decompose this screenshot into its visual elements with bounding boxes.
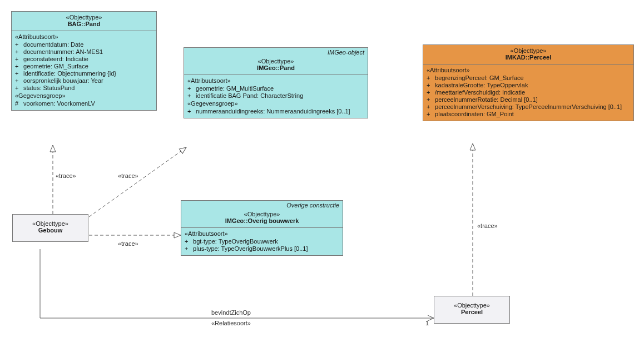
class-imgeo-pand: IMGeo-object «Objecttype» IMGeo::Pand «A…: [184, 47, 368, 118]
attribute-row: # voorkomen: VoorkomenLV: [15, 100, 153, 107]
stereotype: «Objecttype»: [185, 211, 339, 217]
class-gebouw: «Objecttype» Gebouw: [12, 214, 88, 242]
class-name: IMGeo::Overig bouwwerk: [225, 217, 299, 224]
stereotype: «Objecttype»: [427, 47, 630, 54]
tagline: IMGeo-object: [184, 48, 368, 56]
attr-list: + begrenzingPerceel: GM_Surface+ kadastr…: [427, 75, 630, 118]
attribute-row: + geometrie: GM_Surface: [15, 63, 153, 70]
attribute-row: + begrenzingPerceel: GM_Surface: [427, 75, 630, 82]
attribute-row: + bgt-type: TypeOverigBouwwerk: [185, 238, 339, 245]
class-name: IMGeo::Pand: [257, 65, 295, 71]
class-title: «Objecttype» BAG::Pand: [12, 12, 156, 31]
class-attributes: «Attribuutsoort» + geometrie: GM_MultiSu…: [184, 75, 368, 118]
class-name: Gebouw: [38, 227, 62, 234]
section-label: «Attribuutsoort»: [185, 230, 339, 238]
stereotype: «Objecttype»: [187, 58, 364, 65]
class-perceel: «Objecttype» Perceel: [434, 296, 510, 324]
class-attributes: «Attribuutsoort» + documentdatum: Date+ …: [12, 31, 156, 110]
attribute-row: + kadastraleGrootte: TypeOppervlak: [427, 82, 630, 89]
attr-list: + geometrie: GM_MultiSurface+ identifica…: [187, 85, 364, 100]
class-title: «Objecttype» IMKAD::Perceel: [423, 45, 633, 64]
class-bag-pand: «Objecttype» BAG::Pand «Attribuutsoort» …: [11, 11, 157, 111]
section-label: «Attribuutsoort»: [15, 33, 153, 41]
attribute-row: + identificatie BAG Pand: CharacterStrin…: [187, 92, 364, 100]
attribute-row: + status: StatusPand: [15, 85, 153, 92]
class-attributes: «Attribuutsoort» + begrenzingPerceel: GM…: [423, 64, 633, 121]
class-title: «Objecttype» IMGeo::Pand: [184, 56, 368, 75]
section-label: «Gegevensgroep»: [15, 92, 153, 100]
stereotype: «Objecttype»: [15, 14, 153, 21]
stereotype: «Objecttype»: [16, 220, 85, 227]
attr-list: + nummeraanduidingreeks: Nummeraanduidin…: [187, 108, 364, 115]
class-imkad-perceel: «Objecttype» IMKAD::Perceel «Attribuutso…: [423, 44, 634, 121]
class-imgeo-overig: Overige constructie «Objecttype» IMGeo::…: [181, 200, 343, 256]
trace-label: «trace»: [118, 240, 138, 247]
trace-label: «trace»: [477, 222, 498, 229]
attribute-row: + plaatscoordinaten: GM_Point: [427, 111, 630, 118]
section-label: «Gegevensgroep»: [187, 100, 364, 108]
stereotype: «Objecttype»: [438, 302, 506, 309]
attribute-row: + geometrie: GM_MultiSurface: [187, 85, 364, 92]
section-label: «Attribuutsoort»: [187, 77, 364, 85]
multiplicity-one: 1: [425, 320, 429, 326]
class-title: «Objecttype» Gebouw: [13, 215, 88, 241]
association-name: bevindtZichOp: [211, 309, 251, 316]
attribute-row: + identificatie: Objectnummering {id}: [15, 70, 153, 77]
class-title: «Objecttype» Perceel: [434, 296, 509, 323]
attr-list: # voorkomen: VoorkomenLV: [15, 100, 153, 107]
class-attributes: «Attribuutsoort» + bgt-type: TypeOverigB…: [181, 227, 343, 255]
attribute-row: + /meettariefVerschuldigd: Indicatie: [427, 89, 630, 96]
attribute-row: + nummeraanduidingreeks: Nummeraanduidin…: [187, 108, 364, 115]
attribute-row: + perceelnummerRotatie: Decimal [0..1]: [427, 96, 630, 103]
section-label: «Attribuutsoort»: [427, 66, 630, 75]
class-title: «Objecttype» IMGeo::Overig bouwwerk: [181, 209, 343, 227]
attr-list: + documentdatum: Date+ documentnummer: A…: [15, 41, 153, 92]
trace-label: «trace»: [118, 172, 138, 179]
class-name: IMKAD::Perceel: [506, 54, 552, 61]
class-name: Perceel: [461, 309, 483, 315]
attribute-row: + oorspronkelijk bouwjaar: Year: [15, 77, 153, 85]
attribute-row: + plus-type: TypeOverigBouwwerkPlus [0..…: [185, 245, 339, 252]
attribute-row: + documentdatum: Date: [15, 41, 153, 48]
attribute-row: + documentnummer: AN-MES1: [15, 48, 153, 56]
attribute-row: + geconstateerd: Indicatie: [15, 56, 153, 63]
class-name: BAG::Pand: [68, 21, 101, 27]
svg-line-1: [89, 147, 186, 217]
attribute-row: + perceelnummerVerschuiving: TypePerceel…: [427, 103, 630, 111]
attr-list: + bgt-type: TypeOverigBouwwerk+ plus-typ…: [185, 238, 339, 252]
tagline: Overige constructie: [181, 201, 343, 209]
trace-label: «trace»: [56, 172, 76, 179]
association-stereo: «Relatiesoort»: [211, 320, 251, 326]
diagram-canvas: «trace» «trace» «trace» «trace» bevindtZ…: [0, 0, 644, 362]
